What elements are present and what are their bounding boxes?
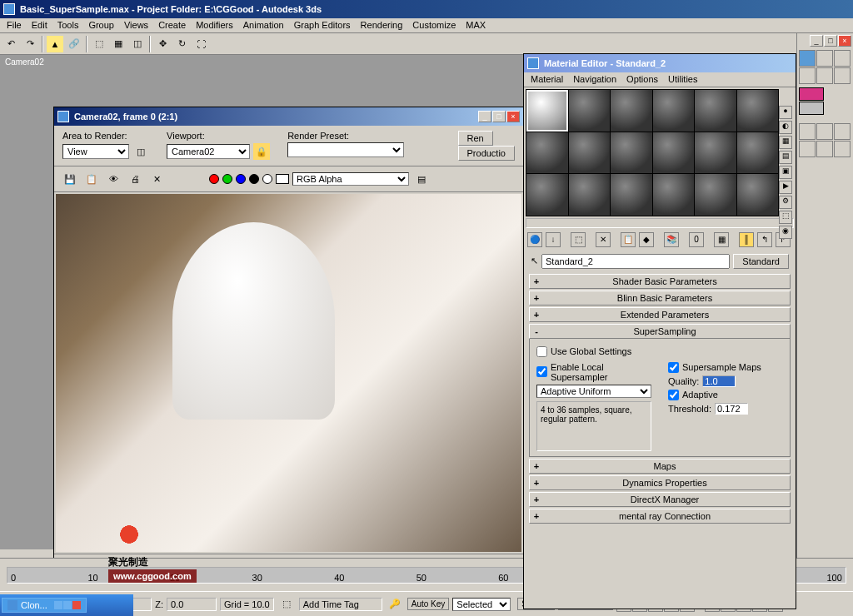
options-icon[interactable]: ⚙ bbox=[779, 196, 792, 209]
quality-input[interactable]: 1.0 bbox=[702, 375, 736, 387]
material-slot-18[interactable] bbox=[737, 174, 779, 216]
area-render-select[interactable]: View bbox=[62, 144, 129, 159]
menu-group[interactable]: Group bbox=[83, 18, 119, 32]
pick-material-icon[interactable]: ↖ bbox=[531, 256, 538, 266]
tool-icon-6[interactable] bbox=[834, 141, 851, 157]
alpha-channel-icon[interactable] bbox=[249, 174, 259, 184]
taskbar-item[interactable]: Clon... bbox=[2, 598, 87, 613]
lock-icon[interactable]: 🔒 bbox=[252, 142, 271, 161]
teapot-icon[interactable] bbox=[799, 50, 816, 67]
rollout-extended[interactable]: +Extended Parameters bbox=[529, 307, 791, 322]
material-slot-2[interactable] bbox=[569, 90, 611, 132]
tool-icon-5[interactable] bbox=[816, 141, 833, 157]
menu-animation[interactable]: Animation bbox=[238, 18, 289, 32]
material-scrollbar-h[interactable] bbox=[526, 218, 794, 228]
material-slot-12[interactable] bbox=[737, 132, 779, 174]
material-slot-14[interactable] bbox=[569, 174, 611, 216]
material-slot-5[interactable] bbox=[695, 90, 736, 132]
material-slot-9[interactable] bbox=[611, 132, 652, 174]
rollout-directx[interactable]: +DirectX Manager bbox=[529, 492, 791, 507]
adaptive-checkbox[interactable] bbox=[668, 390, 679, 400]
material-slot-15[interactable] bbox=[611, 174, 652, 216]
sample-type-icon[interactable]: ● bbox=[779, 106, 792, 119]
maximize-icon[interactable]: □ bbox=[492, 111, 506, 122]
enable-local-checkbox[interactable] bbox=[536, 366, 547, 377]
material-titlebar[interactable]: Material Editor - Standard_2 bbox=[524, 54, 796, 72]
material-slot-7[interactable] bbox=[526, 132, 568, 174]
key-mode-select[interactable]: Selected bbox=[452, 598, 511, 611]
backlight-icon[interactable]: ◐ bbox=[779, 121, 792, 134]
mat-map-nav-icon[interactable]: ◉ bbox=[779, 226, 792, 239]
redo-icon[interactable]: ↷ bbox=[21, 35, 39, 53]
rollout-maps[interactable]: +Maps bbox=[529, 459, 791, 474]
channel-select[interactable]: RGB Alpha bbox=[292, 172, 409, 186]
material-slot-10[interactable] bbox=[653, 132, 695, 174]
close-icon[interactable]: × bbox=[506, 111, 520, 122]
select-by-mat-icon[interactable]: ⬚ bbox=[779, 211, 792, 224]
menu-create[interactable]: Create bbox=[153, 18, 191, 32]
menu-customize[interactable]: Customize bbox=[407, 18, 461, 32]
make-unique-icon[interactable]: ◆ bbox=[639, 232, 654, 247]
menu-maxscript[interactable]: MAX bbox=[461, 18, 491, 32]
task-close-icon[interactable] bbox=[72, 601, 81, 609]
material-slot-16[interactable] bbox=[653, 174, 695, 216]
menu-edit[interactable]: Edit bbox=[27, 18, 52, 32]
threshold-input[interactable]: 0.172 bbox=[715, 403, 748, 415]
region-edit-icon[interactable]: ◫ bbox=[132, 142, 150, 161]
put-to-library-icon[interactable]: 📚 bbox=[664, 232, 679, 247]
print-icon[interactable]: 🖨 bbox=[126, 170, 144, 188]
motion-tab-icon[interactable] bbox=[816, 67, 833, 84]
display-tab-icon[interactable] bbox=[834, 67, 851, 84]
rollout-dynamics[interactable]: +Dynamics Properties bbox=[529, 475, 791, 490]
copy-image-icon[interactable]: 📋 bbox=[82, 170, 101, 188]
green-channel-icon[interactable] bbox=[222, 174, 232, 184]
clear-icon[interactable]: ✕ bbox=[147, 170, 166, 188]
menu-modifiers[interactable]: Modifiers bbox=[191, 18, 238, 32]
material-slot-1[interactable] bbox=[526, 90, 568, 132]
minimize-icon[interactable]: _ bbox=[478, 111, 491, 122]
link-icon[interactable]: 🔗 bbox=[65, 35, 83, 53]
rotate-icon[interactable]: ↻ bbox=[172, 35, 191, 53]
background-icon[interactable]: ▦ bbox=[779, 136, 792, 149]
get-material-icon[interactable]: 🔵 bbox=[527, 232, 542, 247]
tool-icon-4[interactable] bbox=[799, 141, 816, 157]
task-min-icon[interactable] bbox=[54, 601, 62, 609]
show-map-icon[interactable]: ▦ bbox=[714, 232, 729, 247]
scale-icon[interactable]: ⛶ bbox=[192, 35, 210, 53]
menu-utilities[interactable]: Utilities bbox=[663, 72, 702, 87]
sampler-select[interactable]: Adaptive Uniform bbox=[536, 385, 651, 398]
menu-navigation[interactable]: Navigation bbox=[568, 72, 621, 87]
menu-file[interactable]: File bbox=[2, 18, 27, 32]
select-object-icon[interactable]: ⬚ bbox=[90, 35, 108, 53]
auto-key-button[interactable]: Auto Key bbox=[407, 598, 450, 610]
render-button[interactable]: Ren bbox=[458, 131, 493, 146]
material-type-button[interactable]: Standard bbox=[733, 254, 789, 269]
red-channel-icon[interactable] bbox=[209, 174, 219, 184]
rollout-blinn[interactable]: +Blinn Basic Parameters bbox=[529, 291, 791, 306]
material-slot-6[interactable] bbox=[737, 90, 779, 132]
menu-material[interactable]: Material bbox=[526, 72, 568, 87]
preset-select[interactable] bbox=[287, 142, 404, 157]
make-copy-icon[interactable]: 📋 bbox=[621, 232, 636, 247]
toggle-ui-icon[interactable]: ▤ bbox=[412, 170, 431, 188]
clone-icon[interactable]: 👁 bbox=[104, 170, 122, 188]
render-titlebar[interactable]: Camera02, frame 0 (2:1) _ □ × bbox=[54, 107, 523, 126]
material-name-input[interactable] bbox=[541, 254, 730, 269]
make-preview-icon[interactable]: ▶ bbox=[779, 181, 792, 194]
mat-id-icon[interactable]: 0 bbox=[689, 232, 704, 247]
menu-views[interactable]: Views bbox=[119, 18, 153, 32]
panel-restore-icon[interactable]: □ bbox=[824, 35, 837, 47]
blue-channel-icon[interactable] bbox=[236, 174, 246, 184]
material-slot-8[interactable] bbox=[569, 132, 611, 174]
reset-icon[interactable]: ✕ bbox=[596, 232, 611, 247]
create-tab-icon[interactable] bbox=[816, 50, 833, 67]
select-region-icon[interactable]: ◫ bbox=[128, 35, 147, 53]
rollout-supersampling[interactable]: -SuperSampling bbox=[529, 324, 791, 339]
panel-minimize-icon[interactable]: _ bbox=[810, 35, 823, 47]
production-button[interactable]: Productio bbox=[458, 146, 515, 161]
material-slot-17[interactable] bbox=[695, 174, 736, 216]
tool-icon-2[interactable] bbox=[816, 123, 833, 140]
assign-to-selection-icon[interactable]: ⬚ bbox=[571, 232, 586, 247]
key-icon[interactable]: 🔑 bbox=[386, 595, 404, 614]
undo-icon[interactable]: ↶ bbox=[2, 35, 20, 53]
